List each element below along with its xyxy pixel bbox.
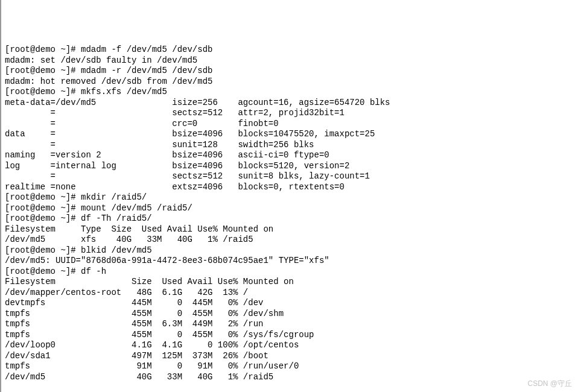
terminal-line: [root@demo ~]# mkdir /raid5/ [5,192,574,203]
terminal-line: /dev/md5: UUID="8768d06a-991a-4472-8ee3-… [5,256,574,267]
terminal-line: /dev/sda1 497M 125M 373M 26% /boot [5,351,574,362]
terminal-line: [root@demo ~]# mdadm -f /dev/md5 /dev/sd… [5,45,574,55]
terminal-line: mdadm: hot removed /dev/sdb from /dev/md… [5,77,574,87]
terminal-line: Filesystem Type Size Used Avail Use% Mou… [5,224,574,235]
terminal-line: /dev/md5 xfs 40G 33M 40G 1% /raid5 [5,235,574,245]
terminal-line: tmpfs 91M 0 91M 0% /run/user/0 [5,361,574,372]
terminal-line: = sectsz=512 sunit=8 blks, lazy-count=1 [5,171,574,182]
terminal-line: Filesystem Size Used Avail Use% Mounted … [5,277,574,288]
terminal-line: = crc=0 finobt=0 [5,119,574,130]
terminal-line: realtime =none extsz=4096 blocks=0, rtex… [5,182,574,193]
terminal-line: = sectsz=512 attr=2, projid32bit=1 [5,108,574,119]
terminal-line: log =internal log bsize=4096 blocks=5120… [5,161,574,172]
terminal-line: = sunit=128 swidth=256 blks [5,140,574,151]
terminal-output: [root@demo ~]# mdadm -f /dev/md5 /dev/sd… [5,45,574,382]
terminal-line: [root@demo ~]# blkid /dev/md5 [5,245,574,256]
terminal-line: data = bsize=4096 blocks=10475520, imaxp… [5,129,574,140]
terminal-line: [root@demo ~]# df -h [5,267,574,277]
terminal-line: mdadm: set /dev/sdb faulty in /dev/md5 [5,55,574,66]
terminal-line: /dev/loop0 4.1G 4.1G 0 100% /opt/centos [5,340,574,351]
terminal-line: devtmpfs 445M 0 445M 0% /dev [5,298,574,309]
terminal-line: [root@demo ~]# mdadm -r /dev/md5 /dev/sd… [5,66,574,77]
terminal-line: tmpfs 455M 0 455M 0% /sys/fs/cgroup [5,330,574,341]
terminal-line: /dev/md5 40G 33M 40G 1% /raid5 [5,372,574,383]
terminal-line: [root@demo ~]# mount /dev/md5 /raid5/ [5,203,574,214]
terminal-line: /dev/mapper/centos-root 48G 6.1G 42G 13%… [5,288,574,299]
terminal-line: meta-data=/dev/md5 isize=256 agcount=16,… [5,98,574,109]
terminal-line: tmpfs 455M 6.3M 449M 2% /run [5,319,574,330]
terminal-line: naming =version 2 bsize=4096 ascii-ci=0 … [5,150,574,161]
terminal-line: [root@demo ~]# df -Th /raid5/ [5,213,574,224]
terminal-line: tmpfs 455M 0 455M 0% /dev/shm [5,309,574,320]
terminal-line: [root@demo ~]# mkfs.xfs /dev/md5 [5,87,574,98]
